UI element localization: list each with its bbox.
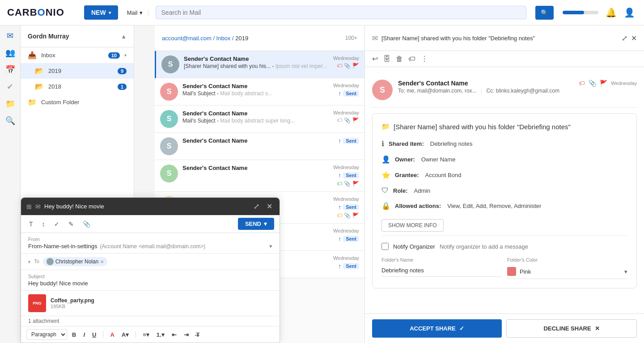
compose-close-icon[interactable]: ✕ [265,201,274,212]
attachment-thumbnail: PNG [28,294,46,312]
edit-icon[interactable]: ✎ [66,219,76,229]
folder-color-label: Folder's Color [507,257,627,263]
attachment-icon: 📎 [344,63,351,69]
tag-action-icon[interactable]: 🏷 [408,55,415,63]
compose-expand-icon[interactable]: ⤢ [252,201,261,212]
toolbar-divider [103,331,103,338]
email-item[interactable]: S Sender's Contact Name [Sharer Name] sh… [155,51,364,78]
checklist-icon[interactable]: ✓ [51,219,62,229]
sent-arrow-icon: ↑ [338,90,341,97]
sidebar-item-inbox[interactable]: 📥 Inbox 10 ▾ [21,47,134,63]
new-chevron-icon: ▾ [109,10,111,15]
sidebar-user-header: Gordn Murray ▲ [21,25,134,47]
sidebar-collapse-icon[interactable]: ▲ [121,33,127,40]
detail-body: S Sender's Contact Name To: me, mail@dom… [365,67,644,313]
text-size-icon[interactable]: ↕ [39,219,48,229]
reply-icon[interactable]: ↩ [372,55,378,63]
topbar-right: 🔔 👤 [554,7,644,18]
notification-bell-icon[interactable]: 🔔 [606,7,617,18]
attachment-type-label: PNG [33,301,42,305]
unordered-list-button[interactable]: ≡▾ [140,330,152,339]
email-item[interactable]: S Sender's Contact Name Mail's Subject -… [155,106,364,133]
email-content: Sender's Contact Name [Sharer Name] shar… [184,55,329,70]
close-icon[interactable]: ✕ [631,34,637,42]
email-item[interactable]: S Sender's Contact Name Wednesday ↑ Sent… [155,160,364,192]
email-icons: ↑ Sent [338,235,359,242]
ordered-list-button[interactable]: 1.▾ [154,330,167,339]
compose-minimize-icon: ⊞ [26,203,32,210]
expand-icon[interactable]: ⤢ [622,34,627,42]
inbox-expand-icon[interactable]: ▾ [124,53,127,58]
italic-button[interactable]: I [81,330,87,339]
highlight-button[interactable]: A▾ [119,330,131,339]
indent-button[interactable]: ⇥ [182,330,191,339]
notify-input[interactable] [440,243,627,250]
search-button[interactable]: 🔍 [535,6,554,20]
sent-badge: Sent [343,90,359,97]
notify-checkbox[interactable] [381,243,389,250]
subject-value: Hey buddy! Nice movie [28,280,272,287]
sent-badge: Sent [343,236,359,242]
from-expand-icon[interactable]: ▾ [269,243,272,250]
mail-selector[interactable]: Mail ▾ [122,9,148,16]
accept-share-button[interactable]: ACCEPT SHARE ✓ [372,319,502,338]
sidebar-nav-calendar-icon[interactable]: 📅 [5,65,15,75]
breadcrumb: account@mail.com / Inbox / 2019 [162,35,345,42]
chip-remove-icon[interactable]: ✕ [100,259,104,264]
email-date: Wednesday [333,165,359,170]
email-icons: 🏷 📎 🚩 [337,117,359,123]
email-icons: ↑ Sent [338,137,359,144]
bold-button[interactable]: B [70,330,78,339]
to-collapse-icon[interactable]: ▾ [28,259,30,264]
attachment-icon: 📎 [344,117,351,123]
message-date: Wednesday [611,80,637,86]
color-selector[interactable]: Pink ▾ [507,264,627,279]
sidebar-nav-tasks-icon[interactable]: ✔ [7,82,13,92]
user-profile-icon[interactable]: 👤 [624,7,635,18]
remove-format-button[interactable]: T̶ [194,330,202,339]
show-more-button[interactable]: SHOW MORE INFO [381,219,444,232]
sidebar-item-2018[interactable]: 📂 2018 1 [21,79,134,94]
format-toolbar: Paragraph B I U A A▾ ≡▾ 1.▾ ⇤ ⇥ T̶ [21,326,280,343]
avatar: S [160,137,178,155]
folder-2019-badge: 9 [118,68,127,74]
breadcrumb-inbox[interactable]: Inbox [216,35,231,42]
email-count: 100+ [345,35,357,41]
attachment-toolbar-icon[interactable]: 📎 [80,219,93,229]
archive-icon[interactable]: 🗄 [383,55,390,63]
message-header: S Sender's Contact Name To: me, mail@dom… [372,74,637,108]
sidebar-nav-search-icon[interactable]: 🔍 [5,116,15,126]
inbox-badge: 10 [108,52,120,59]
format-text-icon[interactable]: T [26,219,36,229]
email-meta: Wednesday 🏷 📎 🚩 [333,110,359,123]
sender-avatar: S [372,80,393,100]
delete-icon[interactable]: 🗑 [396,55,403,63]
paragraph-style-select[interactable]: Paragraph [26,329,67,340]
share-row-grantee: ⭐ Grantee: Account Bond [381,171,627,179]
decline-share-button[interactable]: DECLINE SHARE ✕ [506,319,637,338]
send-button[interactable]: SEND ▾ [238,218,274,230]
email-from: Sender's Contact Name [182,83,329,89]
new-button[interactable]: NEW ▾ [84,5,118,20]
compose-title: Hey buddy! Nice movie [44,203,248,210]
folder-2018-icon: 📂 [35,82,44,91]
sidebar-item-custom-folder[interactable]: 📁 Custom Folder [21,94,134,110]
sidebar-nav-files-icon[interactable]: 📁 [5,99,15,109]
underline-button[interactable]: U [90,330,98,339]
custom-folder-icon: 📁 [28,98,37,106]
sidebar-item-2019[interactable]: 📂 2019 9 [21,63,134,79]
breadcrumb-account[interactable]: account@mail.com [162,35,212,42]
sidebar-nav-mail-icon[interactable]: ✉ [7,31,13,41]
font-color-button[interactable]: A [108,330,116,339]
search-input[interactable] [161,9,521,16]
outdent-button[interactable]: ⇤ [169,330,179,339]
message-attachment-icon: 📎 [589,80,596,87]
sent-badge: Sent [343,172,359,178]
email-item[interactable]: S Sender's Contact Name ↑ Sent [155,133,364,160]
sidebar-nav-contacts-icon[interactable]: 👥 [5,48,15,58]
email-content: Sender's Contact Name Mail's Subject - M… [182,110,329,125]
color-chevron-icon[interactable]: ▾ [624,268,627,275]
more-options-icon[interactable]: ⋮ [421,55,428,63]
email-item[interactable]: S Sender's Contact Name Mail's Subject -… [155,78,364,106]
email-date: Wednesday [333,110,359,115]
